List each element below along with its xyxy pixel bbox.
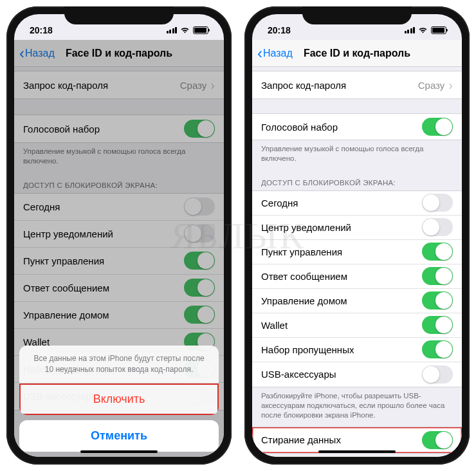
row-passcode-request[interactable]: Запрос код-пароля Сразу › bbox=[252, 71, 462, 98]
toggle[interactable] bbox=[422, 365, 453, 383]
row-home-control[interactable]: Управление домом bbox=[252, 289, 462, 313]
toggle[interactable] bbox=[184, 279, 215, 297]
row-notification-center[interactable]: Центр уведомлений bbox=[252, 216, 462, 240]
toggle[interactable] bbox=[422, 243, 453, 261]
chevron-left-icon: ‹ bbox=[257, 46, 262, 61]
cellular-icon bbox=[405, 27, 416, 33]
nav-bar: ‹ Назад Face ID и код-пароль bbox=[14, 40, 224, 67]
home-indicator[interactable] bbox=[80, 450, 158, 453]
toggle[interactable] bbox=[422, 194, 453, 212]
row-label: Управление домом bbox=[261, 295, 347, 306]
toggle[interactable] bbox=[422, 316, 453, 334]
toggle[interactable] bbox=[184, 306, 215, 324]
lock-access-footer: Разблокируйте iPhone, чтобы разрешить US… bbox=[252, 387, 462, 427]
screen-left: 20:18 ‹ Назад Face ID и код-пароль Запро… bbox=[14, 14, 224, 457]
settings-content: Запрос код-пароля Сразу › Голосовой набо… bbox=[252, 67, 462, 457]
lock-access-group: Сегодня Центр уведомлений Пункт управлен… bbox=[252, 190, 462, 387]
toggle-voice-dialing[interactable] bbox=[422, 118, 453, 136]
status-time: 20:18 bbox=[268, 25, 291, 35]
row-label: Голосовой набор bbox=[261, 122, 338, 133]
row-label: Запрос код-пароля bbox=[23, 80, 108, 91]
cellular-icon bbox=[167, 27, 178, 33]
wifi-icon bbox=[180, 26, 190, 34]
page-title: Face ID и код-пароль bbox=[66, 48, 172, 59]
row-label: Стирание данных bbox=[261, 434, 341, 445]
row-label: Запрос код-пароля bbox=[261, 80, 346, 91]
toggle[interactable] bbox=[184, 252, 215, 270]
page-title: Face ID и код-пароль bbox=[304, 48, 410, 59]
row-wallet[interactable]: Wallet bbox=[252, 313, 462, 338]
row-reply-message[interactable]: Ответ сообщением bbox=[252, 264, 462, 289]
row-label: Ответ сообщением bbox=[261, 271, 347, 282]
row-usb-accessories[interactable]: USB-аксессуары bbox=[252, 362, 462, 387]
row-label: Центр уведомлений bbox=[261, 222, 351, 233]
back-label: Назад bbox=[25, 48, 55, 59]
screen-right: 20:18 ‹ Назад Face ID и код-пароль Запро… bbox=[252, 14, 462, 457]
row-erase-data[interactable]: Стирание данных bbox=[252, 427, 462, 453]
row-label: Голосовой набор bbox=[23, 124, 100, 134]
toggle[interactable] bbox=[184, 225, 215, 243]
back-label: Назад bbox=[263, 48, 293, 59]
wifi-icon bbox=[418, 26, 428, 34]
back-button[interactable]: ‹ Назад bbox=[19, 46, 55, 61]
enable-button[interactable]: Включить bbox=[19, 383, 219, 415]
row-reply-message[interactable]: Ответ сообщением bbox=[14, 275, 224, 302]
erase-footer-1: Стирать все данные на этом iPhone после … bbox=[252, 454, 462, 457]
status-icons bbox=[167, 26, 209, 34]
row-value: Сразу › bbox=[418, 78, 453, 93]
row-notification-center[interactable]: Центр уведомлений bbox=[14, 221, 224, 248]
voice-dialing-footer: Управление музыкой с помощью голоса всег… bbox=[252, 140, 462, 170]
toggle[interactable] bbox=[422, 267, 453, 285]
row-label: Wallet bbox=[261, 320, 288, 331]
row-label: Пункт управления bbox=[23, 255, 104, 266]
row-label: Центр уведомлений bbox=[23, 228, 113, 239]
row-control-center[interactable]: Пункт управления bbox=[14, 248, 224, 275]
row-label: Сегодня bbox=[261, 198, 298, 208]
chevron-right-icon: › bbox=[210, 78, 215, 93]
row-voice-dialing[interactable]: Голосовой набор bbox=[252, 114, 462, 140]
row-value: Сразу › bbox=[180, 78, 215, 93]
notch bbox=[64, 6, 174, 24]
lock-access-header: ДОСТУП С БЛОКИРОВКОЙ ЭКРАНА: bbox=[252, 170, 462, 190]
row-passcode-request[interactable]: Запрос код-пароля Сразу › bbox=[14, 71, 224, 98]
toggle[interactable] bbox=[184, 198, 215, 216]
back-button[interactable]: ‹ Назад bbox=[257, 46, 293, 61]
row-today[interactable]: Сегодня bbox=[252, 191, 462, 216]
row-label: Пункт управления bbox=[261, 246, 342, 257]
row-label: USB-аксессуары bbox=[261, 369, 336, 380]
home-indicator[interactable] bbox=[318, 450, 396, 453]
row-label: Сегодня bbox=[23, 201, 60, 212]
sheet-message: Все данные на этом iPhone будут стерты п… bbox=[19, 346, 219, 383]
battery-icon bbox=[431, 26, 446, 34]
phone-left: 20:18 ‹ Назад Face ID и код-пароль Запро… bbox=[6, 6, 232, 465]
chevron-left-icon: ‹ bbox=[19, 46, 24, 61]
row-missed-calls[interactable]: Набор пропущенных bbox=[252, 338, 462, 362]
voice-dialing-footer: Управление музыкой с помощью голоса всег… bbox=[14, 143, 224, 172]
battery-icon bbox=[193, 26, 208, 34]
row-voice-dialing[interactable]: Голосовой набор bbox=[14, 115, 224, 142]
toggle-voice-dialing[interactable] bbox=[184, 120, 215, 138]
notch bbox=[302, 6, 412, 24]
lock-access-header: ДОСТУП С БЛОКИРОВКОЙ ЭКРАНА: bbox=[14, 172, 224, 193]
toggle[interactable] bbox=[422, 291, 453, 309]
chevron-right-icon: › bbox=[448, 78, 453, 93]
action-sheet: Все данные на этом iPhone будут стерты п… bbox=[19, 346, 219, 452]
row-today[interactable]: Сегодня bbox=[14, 194, 224, 221]
toggle-erase-data[interactable] bbox=[422, 431, 453, 449]
row-label: Ответ сообщением bbox=[23, 282, 109, 293]
status-time: 20:18 bbox=[30, 25, 53, 35]
row-label: Набор пропущенных bbox=[261, 344, 354, 355]
row-control-center[interactable]: Пункт управления bbox=[252, 240, 462, 264]
nav-bar: ‹ Назад Face ID и код-пароль bbox=[252, 40, 462, 67]
toggle[interactable] bbox=[422, 340, 453, 358]
row-label: Управление домом bbox=[23, 309, 109, 320]
cancel-button[interactable]: Отменить bbox=[19, 420, 219, 452]
phone-right: 20:18 ‹ Назад Face ID и код-пароль Запро… bbox=[244, 6, 470, 465]
status-icons bbox=[405, 26, 447, 34]
toggle[interactable] bbox=[422, 218, 453, 236]
row-home-control[interactable]: Управление домом bbox=[14, 302, 224, 329]
